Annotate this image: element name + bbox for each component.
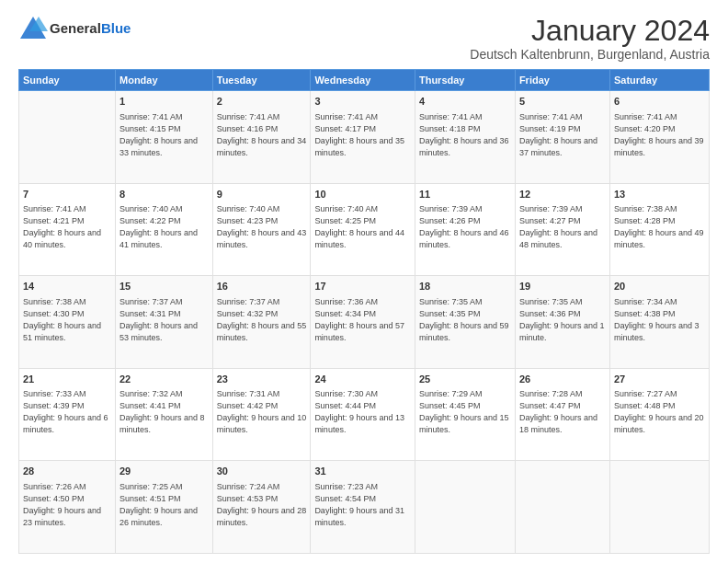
cell-content: Sunrise: 7:40 AMSunset: 4:22 PMDaylight:… <box>119 203 209 251</box>
col-saturday: Saturday <box>609 70 709 91</box>
cell-content: Sunrise: 7:32 AMSunset: 4:41 PMDaylight:… <box>119 388 209 436</box>
table-row: 23Sunrise: 7:31 AMSunset: 4:42 PMDayligh… <box>212 368 311 461</box>
day-number: 8 <box>119 188 209 201</box>
cell-content: Sunrise: 7:33 AMSunset: 4:39 PMDaylight:… <box>23 388 111 436</box>
cell-content: Sunrise: 7:41 AMSunset: 4:18 PMDaylight:… <box>419 111 511 159</box>
cell-content: Sunrise: 7:29 AMSunset: 4:45 PMDaylight:… <box>419 388 511 436</box>
table-row: 3Sunrise: 7:41 AMSunset: 4:17 PMDaylight… <box>311 91 415 184</box>
cell-content: Sunrise: 7:41 AMSunset: 4:15 PMDaylight:… <box>119 111 209 159</box>
day-number: 12 <box>519 188 606 201</box>
day-number: 10 <box>314 188 411 201</box>
table-row: 11Sunrise: 7:39 AMSunset: 4:26 PMDayligh… <box>415 183 515 276</box>
day-number: 9 <box>217 188 307 201</box>
header-row: Sunday Monday Tuesday Wednesday Thursday… <box>19 70 710 91</box>
table-row: 4Sunrise: 7:41 AMSunset: 4:18 PMDaylight… <box>415 91 515 184</box>
week-row-4: 28Sunrise: 7:26 AMSunset: 4:50 PMDayligh… <box>19 461 710 554</box>
cell-content: Sunrise: 7:23 AMSunset: 4:54 PMDaylight:… <box>314 481 411 529</box>
cell-content: Sunrise: 7:40 AMSunset: 4:25 PMDaylight:… <box>314 203 411 251</box>
col-tuesday: Tuesday <box>212 70 311 91</box>
table-row: 6Sunrise: 7:41 AMSunset: 4:20 PMDaylight… <box>609 91 709 184</box>
table-row: 19Sunrise: 7:35 AMSunset: 4:36 PMDayligh… <box>515 276 609 369</box>
table-row: 2Sunrise: 7:41 AMSunset: 4:16 PMDaylight… <box>212 91 311 184</box>
table-row: 20Sunrise: 7:34 AMSunset: 4:38 PMDayligh… <box>609 276 709 369</box>
day-number: 11 <box>419 188 511 201</box>
logo: GeneralBlue <box>18 15 131 42</box>
col-wednesday: Wednesday <box>311 70 415 91</box>
col-thursday: Thursday <box>415 70 515 91</box>
cell-content: Sunrise: 7:25 AMSunset: 4:51 PMDaylight:… <box>119 481 209 529</box>
table-row: 10Sunrise: 7:40 AMSunset: 4:25 PMDayligh… <box>311 183 415 276</box>
cell-content: Sunrise: 7:41 AMSunset: 4:17 PMDaylight:… <box>314 111 411 159</box>
cell-content: Sunrise: 7:28 AMSunset: 4:47 PMDaylight:… <box>519 388 606 436</box>
day-number: 29 <box>119 465 209 478</box>
day-number: 25 <box>419 373 511 386</box>
cell-content: Sunrise: 7:40 AMSunset: 4:23 PMDaylight:… <box>217 203 307 251</box>
day-number: 16 <box>217 280 307 293</box>
table-row: 15Sunrise: 7:37 AMSunset: 4:31 PMDayligh… <box>116 276 213 369</box>
day-number: 6 <box>614 95 705 109</box>
cell-content: Sunrise: 7:38 AMSunset: 4:30 PMDaylight:… <box>23 296 111 344</box>
day-number: 24 <box>314 373 411 386</box>
cell-content: Sunrise: 7:31 AMSunset: 4:42 PMDaylight:… <box>217 388 307 436</box>
table-row: 28Sunrise: 7:26 AMSunset: 4:50 PMDayligh… <box>19 461 116 554</box>
day-number: 2 <box>217 95 307 109</box>
page: GeneralBlue January 2024 Deutsch Kaltenb… <box>0 0 728 563</box>
calendar-table: Sunday Monday Tuesday Wednesday Thursday… <box>18 69 710 554</box>
table-row: 14Sunrise: 7:38 AMSunset: 4:30 PMDayligh… <box>19 276 116 369</box>
table-row: 17Sunrise: 7:36 AMSunset: 4:34 PMDayligh… <box>311 276 415 369</box>
day-number: 30 <box>217 465 307 478</box>
week-row-1: 7Sunrise: 7:41 AMSunset: 4:21 PMDaylight… <box>19 183 710 276</box>
title-block: January 2024 Deutsch Kaltenbrunn, Burgen… <box>470 15 710 62</box>
cell-content: Sunrise: 7:41 AMSunset: 4:19 PMDaylight:… <box>519 111 606 159</box>
day-number: 1 <box>119 95 209 109</box>
table-row: 13Sunrise: 7:38 AMSunset: 4:28 PMDayligh… <box>609 183 709 276</box>
table-row: 27Sunrise: 7:27 AMSunset: 4:48 PMDayligh… <box>609 368 709 461</box>
day-number: 7 <box>23 188 111 201</box>
table-row: 5Sunrise: 7:41 AMSunset: 4:19 PMDaylight… <box>515 91 609 184</box>
cell-content: Sunrise: 7:39 AMSunset: 4:27 PMDaylight:… <box>519 203 606 251</box>
day-number: 5 <box>519 95 606 109</box>
cell-content: Sunrise: 7:34 AMSunset: 4:38 PMDaylight:… <box>614 296 705 344</box>
logo-general: General <box>50 20 101 36</box>
table-row: 8Sunrise: 7:40 AMSunset: 4:22 PMDaylight… <box>116 183 213 276</box>
cell-content: Sunrise: 7:24 AMSunset: 4:53 PMDaylight:… <box>217 481 307 529</box>
day-number: 23 <box>217 373 307 386</box>
table-row: 29Sunrise: 7:25 AMSunset: 4:51 PMDayligh… <box>116 461 213 554</box>
cell-content: Sunrise: 7:37 AMSunset: 4:31 PMDaylight:… <box>119 296 209 344</box>
cell-content: Sunrise: 7:37 AMSunset: 4:32 PMDaylight:… <box>217 296 307 344</box>
subtitle: Deutsch Kaltenbrunn, Burgenland, Austria <box>470 47 710 62</box>
col-monday: Monday <box>116 70 213 91</box>
cell-content: Sunrise: 7:38 AMSunset: 4:28 PMDaylight:… <box>614 203 705 251</box>
cell-content: Sunrise: 7:35 AMSunset: 4:36 PMDaylight:… <box>519 296 606 344</box>
day-number: 4 <box>419 95 511 109</box>
cell-content: Sunrise: 7:35 AMSunset: 4:35 PMDaylight:… <box>419 296 511 344</box>
table-row: 9Sunrise: 7:40 AMSunset: 4:23 PMDaylight… <box>212 183 311 276</box>
table-row: 26Sunrise: 7:28 AMSunset: 4:47 PMDayligh… <box>515 368 609 461</box>
week-row-2: 14Sunrise: 7:38 AMSunset: 4:30 PMDayligh… <box>19 276 710 369</box>
day-number: 20 <box>614 280 705 293</box>
day-number: 15 <box>119 280 209 293</box>
month-title: January 2024 <box>470 15 710 47</box>
logo-icon <box>18 15 48 42</box>
day-number: 14 <box>23 280 111 293</box>
day-number: 18 <box>419 280 511 293</box>
table-row: 18Sunrise: 7:35 AMSunset: 4:35 PMDayligh… <box>415 276 515 369</box>
cell-content: Sunrise: 7:30 AMSunset: 4:44 PMDaylight:… <box>314 388 411 436</box>
table-row: 7Sunrise: 7:41 AMSunset: 4:21 PMDaylight… <box>19 183 116 276</box>
table-row <box>19 91 116 184</box>
day-number: 31 <box>314 465 411 478</box>
cell-content: Sunrise: 7:39 AMSunset: 4:26 PMDaylight:… <box>419 203 511 251</box>
table-row: 21Sunrise: 7:33 AMSunset: 4:39 PMDayligh… <box>19 368 116 461</box>
cell-content: Sunrise: 7:41 AMSunset: 4:16 PMDaylight:… <box>217 111 307 159</box>
cell-content: Sunrise: 7:26 AMSunset: 4:50 PMDaylight:… <box>23 481 111 529</box>
table-row: 1Sunrise: 7:41 AMSunset: 4:15 PMDaylight… <box>116 91 213 184</box>
day-number: 28 <box>23 465 111 478</box>
week-row-0: 1Sunrise: 7:41 AMSunset: 4:15 PMDaylight… <box>19 91 710 184</box>
table-row: 22Sunrise: 7:32 AMSunset: 4:41 PMDayligh… <box>116 368 213 461</box>
day-number: 3 <box>314 95 411 109</box>
table-row <box>609 461 709 554</box>
table-row: 16Sunrise: 7:37 AMSunset: 4:32 PMDayligh… <box>212 276 311 369</box>
day-number: 27 <box>614 373 705 386</box>
logo-blue: Blue <box>101 20 131 36</box>
col-sunday: Sunday <box>19 70 116 91</box>
